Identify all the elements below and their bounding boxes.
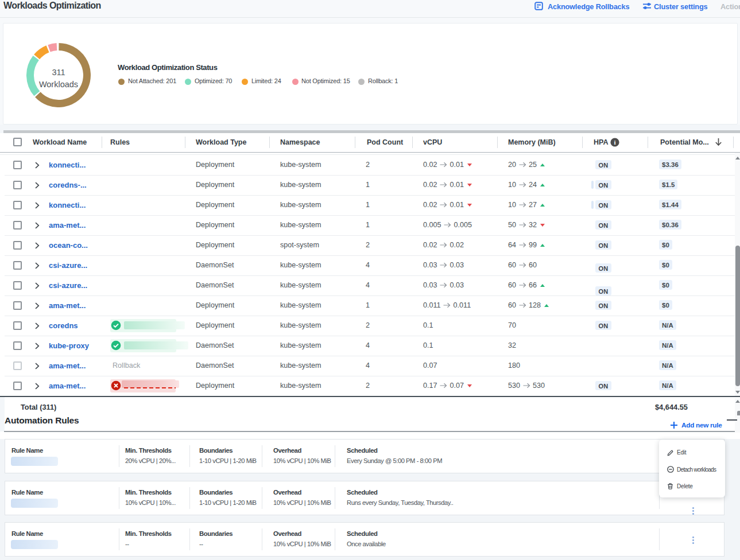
svg-text:i: i [614, 139, 615, 146]
